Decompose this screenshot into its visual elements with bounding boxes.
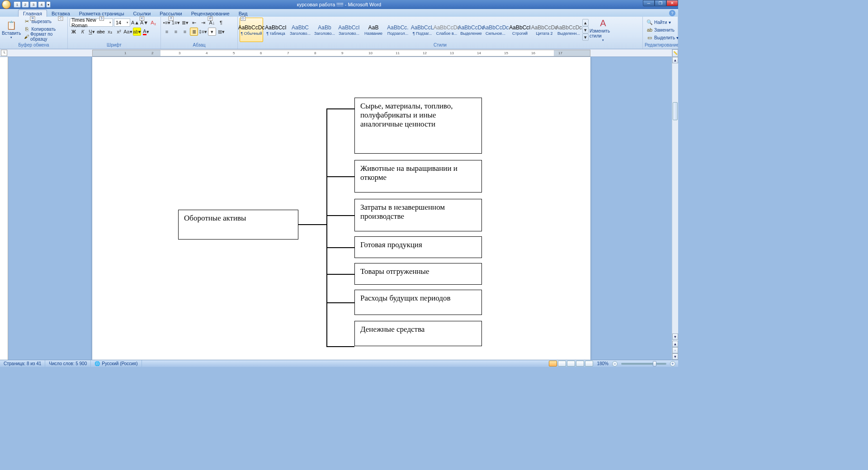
borders-button[interactable]: ⊞▾ <box>217 28 225 36</box>
web-layout-view-button[interactable] <box>567 361 575 367</box>
scroll-up-button[interactable]: ▲ <box>672 57 678 63</box>
qat-item[interactable]: 4 <box>38 1 45 8</box>
diagram-root-box: Оборотные активы <box>178 210 298 240</box>
style-item[interactable]: AaBbCcDcВыделение <box>459 18 483 42</box>
font-color-button[interactable]: A▾ <box>142 28 150 36</box>
style-item[interactable]: AaBbCcDc¶ Обычный <box>240 18 263 42</box>
status-language[interactable]: 🌐 Русский (Россия) <box>91 360 142 367</box>
tab-references[interactable]: СсылкиК <box>129 10 156 17</box>
qat-item[interactable]: 1 <box>14 1 21 8</box>
qat-item[interactable]: 3 <box>30 1 37 8</box>
horizontal-ruler[interactable]: 1234567891011121314151617 <box>92 50 590 56</box>
format-painter-button[interactable]: 🖌Формат по образцу <box>22 33 66 40</box>
style-item[interactable]: АаВНазвание <box>362 18 385 42</box>
align-center-button[interactable]: ≡ <box>172 28 180 36</box>
align-right-button[interactable]: ≡ <box>181 28 189 36</box>
paste-button[interactable]: 📋 Вставить▾ <box>2 18 21 41</box>
full-screen-view-button[interactable] <box>558 361 566 367</box>
underline-button[interactable]: Ч▾ <box>88 28 96 36</box>
superscript-button[interactable]: x² <box>115 28 123 36</box>
style-item[interactable]: AaBbCcDcВыделенн... <box>557 18 580 42</box>
draft-view-button[interactable] <box>585 361 593 367</box>
next-page-button[interactable]: ▼ <box>672 353 678 360</box>
scroll-down-button[interactable]: ▼ <box>672 334 678 340</box>
tab-review[interactable]: РецензированиеИ <box>187 10 234 17</box>
office-button[interactable] <box>2 0 11 9</box>
font-size-combo[interactable]: 14▾ <box>114 19 130 27</box>
zoom-in-button[interactable]: + <box>670 361 675 367</box>
diagram-item-box: Готовая продукция <box>354 236 482 258</box>
tab-layout[interactable]: Разметка страницыЗ <box>75 10 129 17</box>
style-item[interactable]: AaBbCcIЗаголово... <box>337 18 361 42</box>
copy-icon: ⎘ <box>24 26 30 32</box>
page[interactable]: Оборотные активы Сырье, материалы, топли… <box>92 57 590 360</box>
status-page[interactable]: Страница: 8 из 41 <box>0 360 45 367</box>
change-styles-button[interactable]: AИзменить стили▾ <box>590 18 617 42</box>
style-item[interactable]: AaBbCcDcЦитата 2 <box>533 18 556 42</box>
browse-object-button[interactable]: ◦ <box>672 347 678 353</box>
help-button[interactable]: ? <box>669 10 675 16</box>
zoom-level[interactable]: 180% <box>594 361 611 366</box>
style-item[interactable]: AaBbCЗаголово... <box>288 18 312 42</box>
window-controls: ─ ❐ ✕ <box>643 0 678 6</box>
style-item[interactable]: AaBbCcIСтрогий <box>508 18 532 42</box>
qat-item[interactable]: 2 <box>22 1 29 8</box>
style-item[interactable]: AaBbCcL¶ Подзаг... <box>410 18 434 42</box>
prev-page-button[interactable]: ▲ <box>672 341 678 347</box>
qat-dropdown[interactable]: ▾ <box>46 1 51 8</box>
clipboard-icon: 📋 <box>6 20 17 31</box>
styles-icon: A <box>598 18 609 28</box>
line-spacing-button[interactable]: ‡≡▾ <box>199 28 207 36</box>
print-layout-view-button[interactable] <box>549 361 557 367</box>
outline-view-button[interactable] <box>576 361 584 367</box>
styles-scroll-up[interactable]: ▴ <box>582 19 589 26</box>
minimize-button[interactable]: ─ <box>643 0 655 6</box>
diagram-item-box: Денежные средства <box>354 321 482 346</box>
styles-more[interactable]: ▾ <box>582 33 589 41</box>
restore-button[interactable]: ❐ <box>655 0 666 6</box>
italic-button[interactable]: К <box>79 28 87 36</box>
group-editing: 🔍Найти▾ abЗаменить ▭Выделить▾ Редактиров… <box>643 17 678 49</box>
highlight-button[interactable]: ab▾ <box>133 28 141 36</box>
align-left-button[interactable]: ≡ <box>163 28 171 36</box>
vertical-scrollbar[interactable]: 📏 ▲ ▼ ▲ ◦ ▼ <box>672 57 678 360</box>
tab-insert[interactable]: ВставкаС <box>47 10 75 17</box>
subscript-button[interactable]: x₂ <box>106 28 114 36</box>
change-case-button[interactable]: Aa▾ <box>124 28 132 36</box>
vertical-ruler[interactable] <box>0 57 8 360</box>
style-item[interactable]: AaBbЗаголово... <box>313 18 336 42</box>
close-button[interactable]: ✕ <box>666 0 678 6</box>
show-marks-button[interactable]: ¶ <box>217 19 225 27</box>
replace-button[interactable]: abЗаменить <box>645 26 676 33</box>
tab-mailings[interactable]: РассылкиЛ <box>155 10 186 17</box>
multilevel-button[interactable]: ≣▾ <box>181 19 189 27</box>
zoom-out-button[interactable]: − <box>612 361 618 367</box>
font-name-combo[interactable]: Times New Roman▾ <box>70 19 113 27</box>
grow-font-button[interactable]: A▲ <box>131 19 139 27</box>
tab-view[interactable]: ВидО <box>234 10 252 17</box>
style-item[interactable]: AaBbCcDcСильное... <box>484 18 507 42</box>
bold-button[interactable]: Ж <box>70 28 78 36</box>
scissors-icon: ✂ <box>24 18 30 24</box>
clear-format-button[interactable]: Aᵪ <box>149 19 157 27</box>
status-words[interactable]: Число слов: 5 900 <box>45 360 91 367</box>
ruler-toggle[interactable]: 📏 <box>672 49 678 57</box>
horizontal-ruler-bar: └ 1234567891011121314151617 <box>0 49 678 57</box>
tab-home[interactable]: ГлавнаяЯ <box>18 9 47 17</box>
style-item[interactable]: AaBbCcDcСлабое в... <box>435 18 458 42</box>
styles-scroll-down[interactable]: ▾ <box>582 26 589 33</box>
find-button[interactable]: 🔍Найти▾ <box>645 19 673 26</box>
tab-selector[interactable]: └ <box>1 50 7 56</box>
shading-button[interactable]: ▾ <box>208 28 216 36</box>
strike-button[interactable]: abc <box>97 28 105 36</box>
window-title: курсовая работа !!!!! - Microsoft Word <box>297 2 381 7</box>
indent-dec-button[interactable]: ⇤ <box>190 19 198 27</box>
scroll-thumb[interactable] <box>673 102 678 120</box>
zoom-slider[interactable] <box>621 363 666 365</box>
indent-inc-button[interactable]: ⇥ <box>199 19 207 27</box>
select-button[interactable]: ▭Выделить▾ <box>645 34 678 41</box>
replace-icon: ab <box>646 27 653 33</box>
justify-button[interactable]: ≣ <box>190 28 198 36</box>
style-item[interactable]: AaBbCc.Подзагол... <box>386 18 410 42</box>
style-item[interactable]: AaBbCcI¶ таблица <box>264 18 288 42</box>
